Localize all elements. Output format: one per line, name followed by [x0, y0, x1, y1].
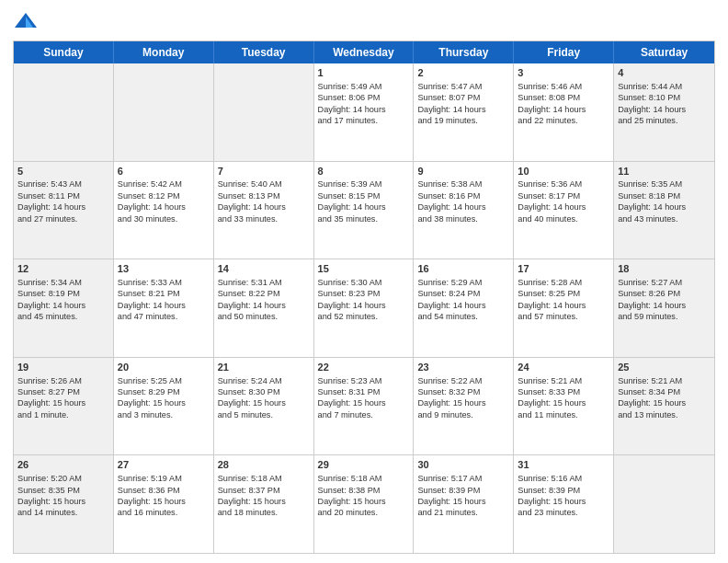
day-number: 7 [218, 165, 310, 178]
day-number: 19 [17, 361, 109, 374]
day-info: and 1 minute. [17, 409, 109, 420]
day-info: Sunrise: 5:40 AM [218, 178, 310, 190]
day-info: Daylight: 15 hours [618, 397, 711, 408]
day-number: 29 [318, 458, 410, 472]
cal-cell: 13Sunrise: 5:33 AMSunset: 8:21 PMDayligh… [114, 259, 214, 357]
day-info: Sunset: 8:17 PM [518, 190, 609, 201]
day-info: and 5 minutes. [218, 409, 310, 420]
day-info: Daylight: 14 hours [618, 104, 711, 115]
day-number: 11 [618, 165, 711, 178]
day-number: 17 [518, 262, 609, 276]
cal-cell: 8Sunrise: 5:39 AMSunset: 8:15 PMDaylight… [314, 162, 415, 259]
day-info: Sunrise: 5:18 AM [318, 473, 410, 484]
day-info: Daylight: 14 hours [417, 104, 509, 115]
day-info: Sunrise: 5:22 AM [417, 375, 509, 386]
day-number: 18 [618, 262, 711, 276]
day-info: Daylight: 14 hours [417, 201, 509, 213]
day-info: Daylight: 14 hours [17, 300, 109, 311]
calendar-body: 1Sunrise: 5:49 AMSunset: 8:06 PMDaylight… [14, 63, 714, 553]
day-info: and 52 minutes. [318, 311, 410, 322]
day-info: and 7 minutes. [318, 409, 410, 420]
day-info: Sunrise: 5:21 AM [518, 375, 609, 386]
day-info: Sunset: 8:10 PM [618, 92, 711, 103]
day-info: Sunrise: 5:16 AM [518, 473, 609, 484]
header-day-thursday: Thursday [414, 41, 514, 63]
cal-cell [614, 455, 714, 553]
day-info: Daylight: 14 hours [118, 300, 210, 311]
cal-cell: 19Sunrise: 5:26 AMSunset: 8:27 PMDayligh… [14, 358, 114, 455]
day-info: Sunrise: 5:33 AM [118, 277, 210, 288]
day-info: and 13 minutes. [618, 409, 711, 420]
day-info: Sunset: 8:13 PM [218, 190, 310, 201]
day-info: Daylight: 14 hours [318, 300, 410, 311]
cal-cell: 25Sunrise: 5:21 AMSunset: 8:34 PMDayligh… [614, 358, 714, 455]
day-info: Sunrise: 5:24 AM [218, 375, 310, 386]
day-info: and 40 minutes. [518, 213, 609, 224]
header-day-friday: Friday [514, 41, 614, 63]
cal-cell [114, 63, 214, 161]
day-info: Sunrise: 5:36 AM [518, 178, 609, 190]
logo [13, 9, 42, 35]
day-info: Sunset: 8:19 PM [17, 288, 109, 299]
day-info: Sunrise: 5:46 AM [518, 81, 609, 92]
cal-week-4: 26Sunrise: 5:20 AMSunset: 8:35 PMDayligh… [14, 454, 714, 553]
day-number: 14 [218, 262, 310, 276]
logo-icon [13, 9, 39, 35]
day-number: 3 [518, 66, 609, 80]
day-info: Sunset: 8:37 PM [218, 485, 310, 496]
day-info: Daylight: 15 hours [118, 496, 210, 507]
day-number: 24 [518, 361, 609, 374]
cal-cell: 4Sunrise: 5:44 AMSunset: 8:10 PMDaylight… [614, 63, 714, 161]
day-info: Sunrise: 5:25 AM [118, 375, 210, 386]
day-info: Sunset: 8:27 PM [17, 386, 109, 397]
day-number: 27 [118, 458, 210, 472]
day-info: Sunrise: 5:18 AM [218, 473, 310, 484]
day-number: 6 [118, 165, 210, 178]
day-info: Sunset: 8:18 PM [618, 190, 711, 201]
day-info: and 14 minutes. [17, 507, 109, 518]
day-number: 5 [17, 165, 109, 178]
day-info: Daylight: 14 hours [118, 201, 210, 213]
day-info: Daylight: 14 hours [618, 300, 711, 311]
day-info: and 43 minutes. [618, 213, 711, 224]
header-day-tuesday: Tuesday [214, 41, 314, 63]
day-info: Sunset: 8:38 PM [318, 485, 410, 496]
day-info: Sunrise: 5:44 AM [618, 81, 711, 92]
cal-week-3: 19Sunrise: 5:26 AMSunset: 8:27 PMDayligh… [14, 357, 714, 455]
day-info: Daylight: 15 hours [218, 397, 310, 408]
cal-cell: 10Sunrise: 5:36 AMSunset: 8:17 PMDayligh… [514, 162, 614, 259]
day-info: Sunrise: 5:20 AM [17, 473, 109, 484]
day-number: 10 [518, 165, 609, 178]
cal-cell: 3Sunrise: 5:46 AMSunset: 8:08 PMDaylight… [514, 63, 614, 161]
day-info: and 16 minutes. [118, 507, 210, 518]
day-info: Sunrise: 5:21 AM [618, 375, 711, 386]
day-info: and 22 minutes. [518, 115, 609, 126]
cal-cell: 16Sunrise: 5:29 AMSunset: 8:24 PMDayligh… [414, 259, 514, 357]
day-number: 25 [618, 361, 711, 374]
cal-cell: 14Sunrise: 5:31 AMSunset: 8:22 PMDayligh… [214, 259, 314, 357]
cal-cell: 6Sunrise: 5:42 AMSunset: 8:12 PMDaylight… [114, 162, 214, 259]
day-info: and 3 minutes. [118, 409, 210, 420]
cal-cell: 20Sunrise: 5:25 AMSunset: 8:29 PMDayligh… [114, 358, 214, 455]
day-number: 22 [318, 361, 410, 374]
day-info: and 57 minutes. [518, 311, 609, 322]
day-info: Sunrise: 5:38 AM [417, 178, 509, 190]
day-info: Sunset: 8:22 PM [218, 288, 310, 299]
day-info: Sunset: 8:36 PM [118, 485, 210, 496]
cal-cell: 11Sunrise: 5:35 AMSunset: 8:18 PMDayligh… [614, 162, 714, 259]
cal-cell: 31Sunrise: 5:16 AMSunset: 8:39 PMDayligh… [514, 455, 614, 553]
day-info: Daylight: 14 hours [318, 201, 410, 213]
cal-week-2: 12Sunrise: 5:34 AMSunset: 8:19 PMDayligh… [14, 259, 714, 357]
day-info: and 9 minutes. [417, 409, 509, 420]
header-day-sunday: Sunday [14, 41, 114, 63]
day-info: and 17 minutes. [318, 115, 410, 126]
cal-cell: 1Sunrise: 5:49 AMSunset: 8:06 PMDaylight… [314, 63, 415, 161]
day-info: Sunrise: 5:28 AM [518, 277, 609, 288]
day-info: Daylight: 14 hours [17, 201, 109, 213]
day-info: Sunset: 8:24 PM [417, 288, 509, 299]
day-info: Sunrise: 5:19 AM [118, 473, 210, 484]
cal-cell: 15Sunrise: 5:30 AMSunset: 8:23 PMDayligh… [314, 259, 415, 357]
cal-cell: 23Sunrise: 5:22 AMSunset: 8:32 PMDayligh… [414, 358, 514, 455]
day-info: and 11 minutes. [518, 409, 609, 420]
day-info: Sunrise: 5:30 AM [318, 277, 410, 288]
